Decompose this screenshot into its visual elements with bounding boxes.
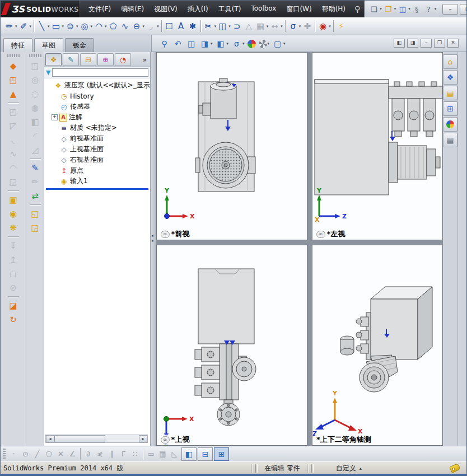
display-style-icon[interactable]: ◧▾ [215,37,230,50]
configurationmanager-tab[interactable]: ⊟ [80,53,96,66]
snap-angle-icon[interactable]: ∠ [67,447,78,461]
tree-item-top-plane[interactable]: ◇上视基准面 [51,144,150,155]
circle-icon[interactable]: ◎▾ [79,20,94,33]
tree-expander[interactable] [52,136,58,142]
tree-filter-input[interactable] [52,68,148,77]
file-explorer-icon[interactable]: ▤ [443,86,457,100]
tree-item-material[interactable]: ≡材质 <未指定> [51,123,150,133]
snap-line-icon[interactable]: ╱ [31,447,43,461]
dropdown-arrow-icon[interactable]: ▾ [268,41,270,46]
tree-expander[interactable]: + [52,114,58,120]
live-section-icon[interactable]: ◲ [28,221,43,235]
snap-polygon-icon[interactable]: ⬠ [43,447,55,461]
menu-window[interactable]: 窗口(W) [281,2,316,17]
custom-properties-icon[interactable]: ▦ [443,133,457,147]
dropdown-arrow-icon[interactable]: ▾ [283,41,286,46]
pane-right-icon[interactable]: ◨ [407,39,418,48]
tag-icon[interactable] [449,463,460,473]
apply-scene-icon[interactable]: ◕▾ [258,37,270,50]
toolbar-drag-handle[interactable] [7,54,20,57]
rip-icon[interactable]: ◪ [6,298,21,312]
section-view-icon[interactable]: ◫ [185,37,197,50]
panel-horizontal-scrollbar[interactable]: ◂ ▸ [45,435,148,443]
view-single-icon[interactable]: ◧ [181,447,197,461]
menu-insert[interactable]: 插入(I) [183,2,213,17]
dropdown-arrow-icon[interactable]: ▾ [329,24,331,29]
linear-sketch-pattern-icon[interactable]: ▦▾ [255,20,269,33]
view-orientation-icon[interactable]: ◨▾ [199,37,213,50]
dropdown-arrow-icon[interactable]: ▾ [228,24,231,29]
dropdown-arrow-icon[interactable]: ▾ [380,7,382,11]
scroll-right-icon[interactable]: ▸ [139,435,147,442]
snap-nearest-icon[interactable]: ⋞ [94,447,106,461]
sketch-icon[interactable]: ✏▾ [3,20,18,33]
boundary-boss-icon[interactable]: ◧ [28,115,43,129]
sw-resources-icon[interactable]: ⌂ [443,54,457,69]
extruded-boss-icon[interactable]: ◫ [28,59,43,73]
doc-close-icon[interactable]: ✕ [447,39,459,48]
appearances-icon[interactable]: ● [443,117,457,132]
snap-points-icon[interactable]: ∷ [129,447,141,461]
tree-expander[interactable] [46,82,52,88]
zoom-fit-icon[interactable]: ⚲ [158,37,170,50]
tree-expander[interactable] [52,125,58,131]
point-icon[interactable]: ✱ [187,20,199,33]
viewport-left[interactable]: Y Z X ∞ *左视 [312,52,443,240]
convert-to-sheetmetal-icon[interactable]: ◳ [6,73,21,87]
doc-minimize-icon[interactable]: – [421,39,432,48]
scroll-left-icon[interactable]: ◂ [46,435,54,442]
dropdown-arrow-icon[interactable]: ▾ [435,7,437,11]
flatten-icon[interactable]: ◻ [6,267,21,281]
insert-bends-icon[interactable]: ↻ [6,312,21,326]
offset-entities-icon[interactable]: ⊃ [231,20,243,33]
display-delete-relations-icon[interactable]: σ▾ [287,20,302,33]
snap-point-icon[interactable]: · [8,447,20,461]
hem-icon[interactable]: ◟ [6,133,21,147]
miter-flange-icon[interactable]: ◸ [6,119,21,133]
unfold-icon[interactable]: ↧ [6,239,21,253]
menu-toolbox[interactable]: Toolbox [246,2,281,17]
snap-center-icon[interactable]: ⊙ [20,447,31,461]
help-icon[interactable]: ?▾ [423,2,437,16]
tree-item-annotations[interactable]: +A注解 [51,112,150,123]
fold-icon[interactable]: ↥ [6,253,21,267]
toolbar-drag-handle[interactable] [29,54,41,57]
smart-dimension-icon[interactable]: ✐▾ [18,20,32,33]
simple-hole-icon[interactable]: ◉ [6,207,21,221]
lofted-bend-icon[interactable]: ▲ [6,87,21,101]
dropdown-arrow-icon[interactable]: ▾ [394,7,396,11]
menu-edit[interactable]: 编辑(E) [116,2,149,17]
dropdown-arrow-icon[interactable]: ▾ [281,24,283,29]
toolbar-drag-handle[interactable] [3,449,6,460]
tree-expander[interactable] [52,146,58,152]
splitter-collapse-icon[interactable]: ◂ [151,239,153,243]
tab-features[interactable]: 特征 [3,38,32,52]
corner-rectangle-icon[interactable]: ▭▾ [50,20,65,33]
snap-angle-grid-icon[interactable]: ◺ [169,447,180,461]
base-flange-icon[interactable]: ◆ [6,59,21,73]
tree-item-history[interactable]: ◷History [51,91,150,101]
trim-entities-icon[interactable]: ✂▾ [203,20,217,33]
move-entities-icon[interactable]: ↔▾ [269,20,283,33]
snap-perpendicular-icon[interactable]: Γ [118,447,129,461]
panel-splitter[interactable]: ◂ ◂ [151,52,156,446]
design-library-icon[interactable]: ❖ [443,70,457,85]
splitter-collapse-icon[interactable]: ◂ [151,234,153,238]
tree-item-origin[interactable]: ↥原点 [51,165,150,176]
revolved-boss-icon[interactable]: ◎ [28,73,43,87]
dropdown-arrow-icon[interactable]: ▾ [267,24,269,29]
dropdown-arrow-icon[interactable]: ▾ [214,24,217,29]
doc-restore-icon[interactable]: ❐ [434,39,445,48]
dropdown-arrow-icon[interactable]: ▾ [211,41,213,46]
featuremanager-tree-tab[interactable]: ❖ [45,53,62,66]
sketch-tool-icon[interactable]: ✎ [28,161,43,175]
dropdown-arrow-icon[interactable]: ▾ [30,24,32,29]
text-icon[interactable]: A [175,20,187,33]
snap-intersection-icon[interactable]: ✕ [55,447,67,461]
dimxpertmanager-tab[interactable]: ⊕ [97,53,114,66]
tree-expander[interactable] [52,93,58,99]
instant3d-icon[interactable]: ◱ [28,207,43,221]
dropdown-arrow-icon[interactable]: ▾ [408,7,410,11]
hide-show-items-icon[interactable]: σ▾ [231,37,245,50]
sketch-fillet-icon[interactable]: ◞▾ [145,20,160,33]
